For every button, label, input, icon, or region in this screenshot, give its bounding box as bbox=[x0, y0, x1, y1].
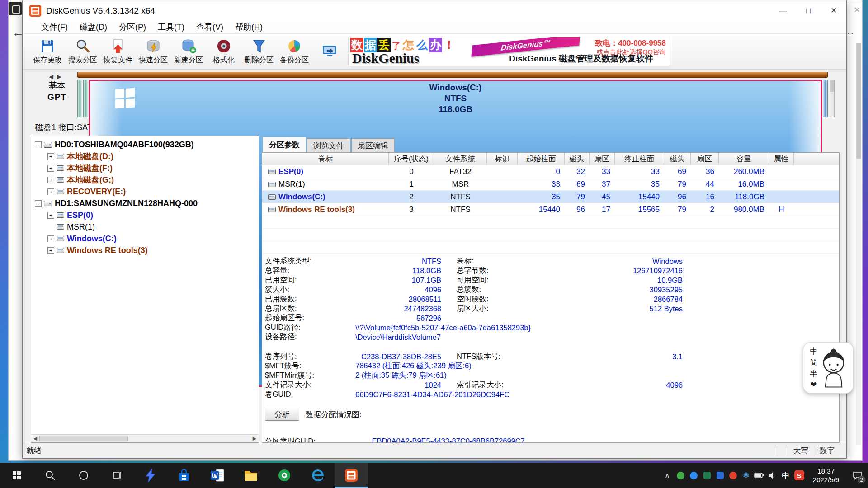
ad-banner[interactable]: 数据丢了怎么办！ DiskGenius DiskGenius™ 致电：400-0… bbox=[348, 37, 670, 66]
expander-icon[interactable]: + bbox=[47, 247, 54, 254]
app-green-circle[interactable] bbox=[268, 463, 301, 488]
search-partition-button[interactable]: 搜索分区 bbox=[65, 35, 100, 68]
expander-icon[interactable]: + bbox=[47, 177, 54, 183]
app-lightning[interactable] bbox=[134, 463, 167, 488]
title-bar[interactable]: DiskGenius V5.4.3.1342 x64 — □ ✕ bbox=[23, 0, 846, 21]
table-row[interactable]: MSR(1) 1 MSR 33 69 37 35 79 44 16.0MB bbox=[262, 178, 839, 191]
tree-item-esp[interactable]: + ESP(0) bbox=[31, 209, 259, 221]
battery-icon[interactable] bbox=[753, 463, 766, 488]
expander-icon[interactable]: - bbox=[35, 200, 42, 207]
tree-item-local-d[interactable]: + 本地磁盘(D:) bbox=[31, 150, 259, 162]
start-button[interactable] bbox=[0, 463, 33, 488]
table-row-empty bbox=[262, 241, 839, 254]
tree-item-msr[interactable]: MSR(1) bbox=[31, 221, 259, 233]
browser-scrollbar[interactable] bbox=[856, 43, 861, 445]
volume-icon[interactable] bbox=[766, 463, 779, 488]
store-app-icon bbox=[176, 468, 192, 483]
tray-red-icon[interactable] bbox=[726, 463, 740, 488]
close-button[interactable]: ✕ bbox=[821, 0, 846, 21]
maximize-button[interactable]: □ bbox=[796, 0, 821, 21]
browser-tab-icon[interactable] bbox=[9, 2, 22, 15]
backup-partition-button[interactable]: 备份分区 bbox=[277, 35, 312, 68]
tab-bar: 分区参数 浏览文件 扇区编辑 bbox=[262, 136, 840, 152]
table-row-selected[interactable]: Windows(C:) 2 NTFS 35 79 45 15440 96 16 … bbox=[262, 191, 839, 203]
heart-icon[interactable]: ❤ bbox=[811, 380, 817, 389]
tray-green-icon[interactable] bbox=[674, 463, 687, 488]
tray-dark-green-icon[interactable] bbox=[700, 463, 713, 488]
tray-blue-square-icon[interactable] bbox=[713, 463, 726, 488]
ime-status-column[interactable]: 中 简 半 ❤ bbox=[807, 346, 821, 389]
tree-item-hd0[interactable]: - HD0:TOSHIBAMQ04ABF100(932GB) bbox=[31, 139, 259, 150]
partition-segment-re[interactable] bbox=[823, 80, 828, 117]
tree-item-hd1[interactable]: - HD1:SAMSUNGMZNLN128HAHQ-000 bbox=[31, 197, 259, 209]
tree-item-local-g[interactable]: + 本地磁盘(G:) bbox=[31, 174, 259, 186]
app-file-explorer[interactable] bbox=[234, 463, 268, 488]
app-edge[interactable] bbox=[301, 463, 335, 488]
new-partition-button[interactable]: 新建分区 bbox=[171, 35, 206, 68]
expander-icon[interactable]: + bbox=[47, 212, 54, 219]
taskbar-clock[interactable]: 18:37 2022/5/9 bbox=[806, 467, 846, 484]
minimize-button[interactable]: — bbox=[770, 0, 796, 21]
system-migrate-button[interactable] bbox=[312, 35, 347, 68]
tab-browse-files[interactable]: 浏览文件 bbox=[307, 138, 350, 152]
scroll-right-icon[interactable]: ▶ bbox=[250, 436, 259, 441]
taskbar-search-button[interactable] bbox=[33, 463, 67, 488]
quick-partition-icon bbox=[145, 38, 161, 54]
disk-bar-scrollbar[interactable] bbox=[830, 80, 835, 117]
prev-disk-icon[interactable]: ◀ bbox=[49, 73, 57, 80]
backup-partition-icon bbox=[286, 38, 302, 54]
tree-item-windows-c[interactable]: + Windows(C:) bbox=[31, 233, 259, 244]
cortana-button[interactable] bbox=[67, 463, 100, 488]
expander-icon[interactable]: + bbox=[47, 235, 54, 242]
tab-sector-edit[interactable]: 扇区编辑 bbox=[351, 138, 395, 152]
tree-item-recovery-e[interactable]: + RECOVERY(E:) bbox=[31, 186, 259, 197]
delete-partition-button[interactable]: 删除分区 bbox=[241, 35, 277, 68]
partition-icon bbox=[57, 212, 64, 218]
format-button[interactable]: 格式化 bbox=[206, 35, 241, 68]
scrollbar-thumb[interactable] bbox=[39, 436, 128, 441]
tab-partition-params[interactable]: 分区参数 bbox=[263, 137, 306, 152]
menu-partition[interactable]: 分区(P) bbox=[113, 21, 152, 33]
expander-icon[interactable]: + bbox=[47, 165, 54, 172]
task-view-button[interactable] bbox=[100, 463, 134, 488]
menu-view[interactable]: 查看(V) bbox=[190, 21, 229, 33]
tree-horizontal-scrollbar[interactable]: ◀ ▶ bbox=[31, 434, 259, 442]
menu-file[interactable]: 文件(F) bbox=[35, 21, 74, 33]
app-store[interactable] bbox=[167, 463, 201, 488]
tree-item-windows-re[interactable]: + Windows RE tools(3) bbox=[31, 244, 259, 256]
menu-bar: 文件(F) 磁盘(D) 分区(P) 工具(T) 查看(V) 帮助(H) bbox=[23, 21, 846, 34]
ime-cartoon bbox=[821, 346, 847, 389]
save-changes-button[interactable]: 保存更改 bbox=[30, 35, 65, 68]
scroll-left-icon[interactable]: ◀ bbox=[31, 436, 39, 441]
sogou-icon[interactable]: S bbox=[793, 463, 806, 488]
table-row[interactable]: ESP(0) 0 FAT32 0 32 33 33 69 36 260.0MB bbox=[262, 165, 839, 178]
tree-item-local-f[interactable]: + 本地磁盘(F:) bbox=[31, 162, 259, 174]
partition-segment-esp[interactable] bbox=[77, 80, 82, 117]
quick-partition-button[interactable]: 快速分区 bbox=[136, 35, 171, 68]
ime-floating-widget[interactable]: 中 简 半 ❤ bbox=[803, 342, 854, 394]
status-bar: 就绪 大写 数字 bbox=[23, 443, 846, 458]
expander-icon[interactable]: + bbox=[47, 153, 54, 160]
task-view-icon bbox=[112, 470, 123, 481]
snowflake-icon[interactable]: ❄ bbox=[740, 463, 753, 488]
app-diskgenius[interactable] bbox=[335, 463, 368, 488]
recover-files-button[interactable]: 恢复文件 bbox=[100, 35, 136, 68]
browser-close-icon[interactable]: ✕ bbox=[854, 5, 860, 15]
menu-tools[interactable]: 工具(T) bbox=[152, 21, 190, 33]
table-row[interactable]: Windows RE tools(3) 3 NTFS 15440 96 17 1… bbox=[262, 203, 839, 216]
expander-icon[interactable]: - bbox=[35, 141, 42, 148]
tray-expand-icon[interactable]: ∧ bbox=[660, 471, 674, 479]
action-center-button[interactable]: 2 bbox=[846, 463, 868, 488]
next-disk-icon[interactable]: ▶ bbox=[57, 73, 65, 80]
expander-icon[interactable]: + bbox=[47, 188, 54, 195]
menu-disk[interactable]: 磁盘(D) bbox=[74, 21, 113, 33]
menu-help[interactable]: 帮助(H) bbox=[229, 21, 269, 33]
app-word[interactable] bbox=[201, 463, 234, 488]
green-circle-app-icon bbox=[277, 468, 292, 483]
allocation-map-label: 数据分配情况图: bbox=[306, 409, 362, 420]
ime-indicator[interactable]: 中 bbox=[779, 470, 793, 481]
partition-segment-msr[interactable] bbox=[83, 80, 88, 117]
tray-blue-circle-icon[interactable] bbox=[687, 463, 700, 488]
scrollbar-thumb[interactable] bbox=[856, 43, 861, 159]
analyze-button[interactable]: 分析 bbox=[265, 408, 299, 421]
